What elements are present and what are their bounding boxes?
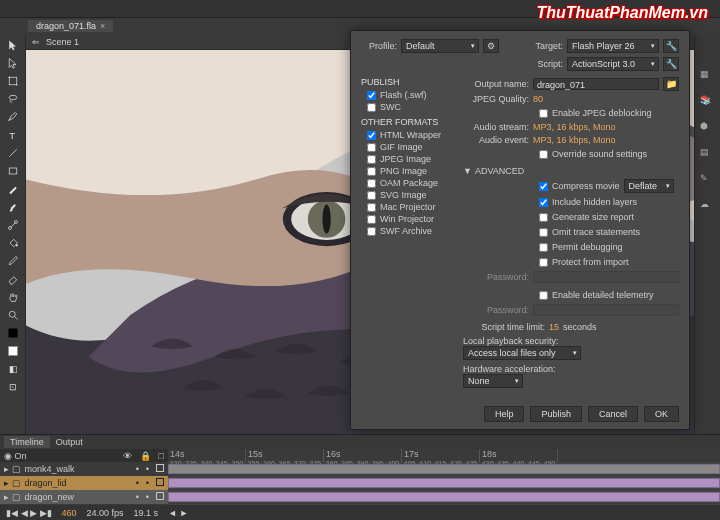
layer-row[interactable]: ▸ ▢ dragon_lid •• — [0, 476, 168, 490]
line-tool[interactable] — [3, 144, 23, 162]
publish-item-0[interactable]: Flash (.swf) — [361, 89, 453, 101]
audio-event-label: Audio event: — [463, 135, 529, 145]
compress-movie-checkbox[interactable]: Compress movie — [533, 180, 620, 192]
tab-output[interactable]: Output — [50, 436, 89, 448]
svg-point-2 — [16, 84, 18, 86]
override-sound-checkbox[interactable]: Override sound settings — [533, 148, 647, 160]
stroke-color-swatch[interactable] — [3, 324, 23, 342]
fill-color-swatch[interactable] — [3, 342, 23, 360]
svg-line-12 — [15, 317, 18, 320]
audio-event-value[interactable]: MP3, 16 kbps, Mono — [533, 135, 616, 145]
pen-tool[interactable] — [3, 108, 23, 126]
hw-accel-dropdown[interactable]: None — [463, 374, 523, 388]
ok-button[interactable]: OK — [644, 406, 679, 422]
other-format-item-3[interactable]: PNG Image — [361, 165, 453, 177]
paint-bucket-tool[interactable] — [3, 234, 23, 252]
text-tool[interactable]: T — [3, 126, 23, 144]
layer-icon: ▸ ▢ — [4, 464, 21, 474]
fps-display: 24.00 fps — [87, 508, 124, 518]
advanced-section-toggle[interactable]: ▼ ADVANCED — [463, 166, 679, 176]
jpeg-quality-value[interactable]: 80 — [533, 94, 543, 104]
pencil-tool[interactable] — [3, 180, 23, 198]
hand-tool[interactable] — [3, 288, 23, 306]
local-playback-dropdown[interactable]: Access local files only — [463, 346, 581, 360]
swatches-panel-icon[interactable]: ▤ — [700, 147, 716, 163]
password-label-1: Password: — [463, 272, 529, 282]
timeline-frames[interactable]: 14s33033534034535015s35536036537037516s3… — [168, 449, 720, 505]
color-panel-icon[interactable]: ⬢ — [700, 121, 716, 137]
close-icon[interactable]: × — [100, 21, 105, 31]
layer-row[interactable]: ▸ ▢ monk4_walk •• — [0, 462, 168, 476]
svg-rect-14 — [9, 347, 18, 356]
library-panel-icon[interactable]: 📚 — [700, 95, 716, 111]
other-format-item-1[interactable]: GIF Image — [361, 141, 453, 153]
tab-timeline[interactable]: Timeline — [4, 436, 50, 448]
publish-settings-dialog: Profile: Default ⚙ Target: Flash Player … — [350, 30, 690, 430]
output-name-field[interactable]: dragon_071 — [533, 78, 659, 90]
permit-debug-checkbox[interactable]: Permit debugging — [533, 241, 623, 253]
generate-size-checkbox[interactable]: Generate size report — [533, 211, 634, 223]
tool-option-b[interactable]: ⊡ — [3, 378, 23, 396]
lasso-tool[interactable] — [3, 90, 23, 108]
other-format-item-8[interactable]: SWF Archive — [361, 225, 453, 237]
onion-toggle[interactable]: ◉ On — [4, 451, 27, 461]
profile-dropdown[interactable]: Default — [401, 39, 479, 53]
script-dropdown[interactable]: ActionScript 3.0 — [567, 57, 659, 71]
protect-import-checkbox[interactable]: Protect from import — [533, 256, 629, 268]
eyedropper-tool[interactable] — [3, 252, 23, 270]
publish-button[interactable]: Publish — [530, 406, 582, 422]
bone-tool[interactable] — [3, 216, 23, 234]
svg-rect-6 — [9, 168, 17, 174]
browse-folder-icon[interactable]: 📁 — [663, 77, 679, 91]
svg-rect-0 — [9, 77, 17, 85]
scrub-handle[interactable]: ◄ ► — [168, 508, 188, 518]
cancel-button[interactable]: Cancel — [588, 406, 638, 422]
target-settings-icon[interactable]: 🔧 — [663, 39, 679, 53]
local-playback-label: Local playback security: — [463, 336, 679, 346]
layer-row[interactable]: ▸ ▢ dragon_new •• — [0, 490, 168, 504]
subselection-tool[interactable] — [3, 54, 23, 72]
brush-tool[interactable] — [3, 198, 23, 216]
tool-option-a[interactable]: ◧ — [3, 360, 23, 378]
enable-telemetry-checkbox[interactable]: Enable detailed telemetry — [533, 289, 654, 301]
visibility-col-icon[interactable]: 👁 — [123, 451, 132, 461]
other-format-item-5[interactable]: SVG Image — [361, 189, 453, 201]
timeline-status-bar: ▮◀ ◀ ▶ ▶▮ 460 24.00 fps 19.1 s ◄ ► — [0, 505, 720, 520]
eraser-tool[interactable] — [3, 270, 23, 288]
profile-options-icon[interactable]: ⚙ — [483, 39, 499, 53]
help-button[interactable]: Help — [484, 406, 525, 422]
outline-col-icon[interactable]: □ — [159, 451, 164, 461]
svg-point-19 — [322, 204, 330, 233]
omit-trace-checkbox[interactable]: Omit trace statements — [533, 226, 640, 238]
zoom-tool[interactable] — [3, 306, 23, 324]
target-dropdown[interactable]: Flash Player 26 — [567, 39, 659, 53]
publish-item-1[interactable]: SWC — [361, 101, 453, 113]
include-hidden-checkbox[interactable]: Include hidden layers — [533, 196, 637, 208]
playback-controls[interactable]: ▮◀ ◀ ▶ ▶▮ — [6, 508, 52, 518]
enable-deblocking-checkbox[interactable]: Enable JPEG deblocking — [533, 107, 652, 119]
other-format-item-6[interactable]: Mac Projector — [361, 201, 453, 213]
actions-panel-icon[interactable]: ✎ — [700, 173, 716, 189]
current-frame[interactable]: 460 — [62, 508, 77, 518]
scene-label[interactable]: Scene 1 — [46, 37, 79, 47]
hw-accel-label: Hardware acceleration: — [463, 364, 679, 374]
back-icon[interactable]: ⇐ — [32, 37, 40, 47]
rect-tool[interactable] — [3, 162, 23, 180]
script-time-value[interactable]: 15 — [549, 322, 559, 332]
selection-tool[interactable] — [3, 36, 23, 54]
svg-line-9 — [11, 223, 16, 228]
document-tab[interactable]: dragon_071.fla × — [28, 20, 113, 32]
other-format-item-4[interactable]: OAM Package — [361, 177, 453, 189]
script-time-label: Script time limit: — [463, 322, 545, 332]
audio-stream-value[interactable]: MP3, 16 kbps, Mono — [533, 122, 616, 132]
other-format-item-7[interactable]: Win Projector — [361, 213, 453, 225]
lock-col-icon[interactable]: 🔒 — [140, 451, 151, 461]
script-settings-icon[interactable]: 🔧 — [663, 57, 679, 71]
target-label: Target: — [529, 41, 563, 51]
free-transform-tool[interactable] — [3, 72, 23, 90]
compress-type-dropdown[interactable]: Deflate — [624, 179, 674, 193]
other-format-item-0[interactable]: HTML Wrapper — [361, 129, 453, 141]
other-format-item-2[interactable]: JPEG Image — [361, 153, 453, 165]
cc-libraries-icon[interactable]: ☁ — [700, 199, 716, 215]
align-panel-icon[interactable]: ▦ — [700, 69, 716, 85]
